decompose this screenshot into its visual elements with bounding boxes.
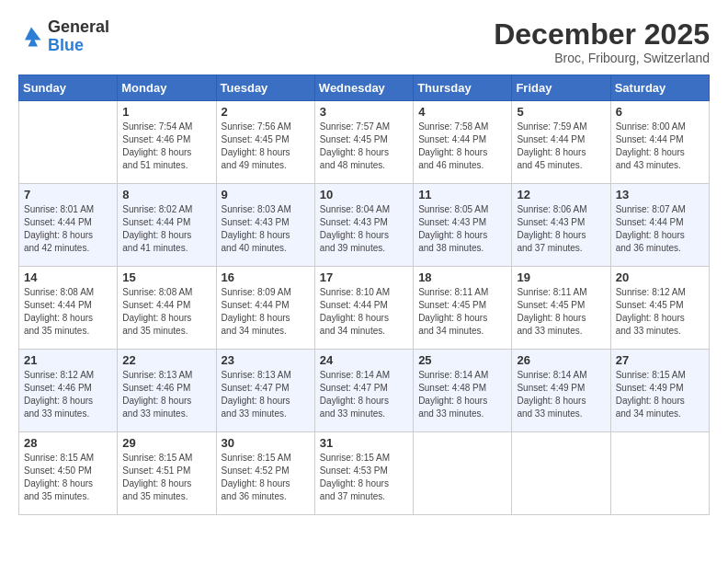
calendar-cell [512, 432, 610, 515]
day-info: Sunrise: 8:13 AMSunset: 4:46 PMDaylight:… [122, 369, 210, 420]
day-info: Sunrise: 8:11 AMSunset: 4:45 PMDaylight:… [517, 286, 605, 338]
day-info: Sunrise: 8:12 AMSunset: 4:45 PMDaylight:… [616, 286, 704, 338]
calendar-cell: 30Sunrise: 8:15 AMSunset: 4:52 PMDayligh… [216, 432, 314, 515]
day-info: Sunrise: 8:11 AMSunset: 4:45 PMDaylight:… [418, 286, 506, 338]
calendar-cell: 12Sunrise: 8:06 AMSunset: 4:43 PMDayligh… [512, 184, 610, 267]
day-info: Sunrise: 7:54 AMSunset: 4:46 PMDaylight:… [122, 121, 210, 172]
day-info: Sunrise: 8:12 AMSunset: 4:46 PMDaylight:… [24, 369, 112, 420]
calendar-cell: 19Sunrise: 8:11 AMSunset: 4:45 PMDayligh… [512, 267, 610, 350]
calendar-cell: 10Sunrise: 8:04 AMSunset: 4:43 PMDayligh… [314, 184, 413, 267]
day-number: 31 [320, 436, 408, 450]
day-info: Sunrise: 8:10 AMSunset: 4:44 PMDaylight:… [320, 286, 408, 338]
day-info: Sunrise: 7:57 AMSunset: 4:45 PMDaylight:… [320, 121, 408, 172]
calendar-week-row: 14Sunrise: 8:08 AMSunset: 4:44 PMDayligh… [19, 267, 710, 350]
day-number: 1 [122, 105, 210, 119]
day-info: Sunrise: 8:01 AMSunset: 4:44 PMDaylight:… [24, 203, 112, 255]
day-number: 19 [517, 270, 605, 284]
page-header: General Blue December 2025 Broc, Fribour… [18, 18, 710, 65]
day-number: 14 [24, 270, 112, 284]
day-number: 6 [616, 105, 704, 119]
calendar-cell: 2Sunrise: 7:56 AMSunset: 4:45 PMDaylight… [216, 101, 314, 184]
day-number: 30 [222, 436, 310, 450]
calendar-cell: 20Sunrise: 8:12 AMSunset: 4:45 PMDayligh… [610, 267, 709, 350]
calendar-cell: 6Sunrise: 8:00 AMSunset: 4:44 PMDaylight… [610, 101, 709, 184]
day-number: 8 [122, 188, 210, 201]
day-number: 28 [24, 436, 112, 450]
month-title: December 2025 [494, 18, 710, 51]
calendar-cell: 7Sunrise: 8:01 AMSunset: 4:44 PMDaylight… [19, 184, 118, 267]
day-info: Sunrise: 8:00 AMSunset: 4:44 PMDaylight:… [616, 121, 704, 172]
day-number: 26 [517, 353, 605, 367]
calendar-week-row: 28Sunrise: 8:15 AMSunset: 4:50 PMDayligh… [19, 432, 710, 515]
calendar-cell: 17Sunrise: 8:10 AMSunset: 4:44 PMDayligh… [314, 267, 413, 350]
day-number: 2 [222, 105, 310, 119]
day-info: Sunrise: 8:08 AMSunset: 4:44 PMDaylight:… [24, 286, 112, 338]
day-info: Sunrise: 8:05 AMSunset: 4:43 PMDaylight:… [418, 203, 506, 255]
calendar-cell: 4Sunrise: 7:58 AMSunset: 4:44 PMDaylight… [414, 101, 512, 184]
calendar-cell: 24Sunrise: 8:14 AMSunset: 4:47 PMDayligh… [314, 350, 413, 432]
calendar-cell: 16Sunrise: 8:09 AMSunset: 4:44 PMDayligh… [216, 267, 314, 350]
title-block: December 2025 Broc, Fribourg, Switzerlan… [494, 18, 710, 65]
day-info: Sunrise: 8:03 AMSunset: 4:43 PMDaylight:… [222, 203, 310, 255]
day-header-friday: Friday [512, 75, 610, 101]
day-number: 7 [24, 188, 112, 201]
calendar-week-row: 21Sunrise: 8:12 AMSunset: 4:46 PMDayligh… [19, 350, 710, 432]
svg-marker-0 [25, 27, 41, 46]
calendar-cell [414, 432, 512, 515]
day-number: 22 [122, 353, 210, 367]
calendar-cell: 14Sunrise: 8:08 AMSunset: 4:44 PMDayligh… [19, 267, 118, 350]
day-header-sunday: Sunday [19, 75, 118, 101]
calendar-cell: 1Sunrise: 7:54 AMSunset: 4:46 PMDaylight… [118, 101, 216, 184]
day-number: 25 [418, 353, 506, 367]
day-info: Sunrise: 8:09 AMSunset: 4:44 PMDaylight:… [222, 286, 310, 338]
day-number: 12 [517, 188, 605, 201]
day-number: 24 [320, 353, 408, 367]
day-number: 27 [616, 353, 704, 367]
day-info: Sunrise: 8:15 AMSunset: 4:50 PMDaylight:… [24, 452, 112, 503]
calendar-cell [19, 101, 118, 184]
day-header-monday: Monday [118, 75, 216, 101]
calendar-cell: 23Sunrise: 8:13 AMSunset: 4:47 PMDayligh… [216, 350, 314, 432]
day-info: Sunrise: 8:14 AMSunset: 4:48 PMDaylight:… [418, 369, 506, 420]
day-number: 3 [320, 105, 408, 119]
day-info: Sunrise: 8:15 AMSunset: 4:53 PMDaylight:… [320, 452, 408, 503]
calendar-cell: 21Sunrise: 8:12 AMSunset: 4:46 PMDayligh… [19, 350, 118, 432]
calendar-cell: 13Sunrise: 8:07 AMSunset: 4:44 PMDayligh… [610, 184, 709, 267]
calendar-cell: 26Sunrise: 8:14 AMSunset: 4:49 PMDayligh… [512, 350, 610, 432]
day-info: Sunrise: 8:06 AMSunset: 4:43 PMDaylight:… [517, 203, 605, 255]
day-info: Sunrise: 8:13 AMSunset: 4:47 PMDaylight:… [222, 369, 310, 420]
day-info: Sunrise: 8:14 AMSunset: 4:47 PMDaylight:… [320, 369, 408, 420]
day-number: 4 [418, 105, 506, 119]
day-number: 16 [222, 270, 310, 284]
day-info: Sunrise: 8:02 AMSunset: 4:44 PMDaylight:… [122, 203, 210, 255]
day-header-thursday: Thursday [414, 75, 512, 101]
day-number: 13 [616, 188, 704, 201]
calendar-cell: 29Sunrise: 8:15 AMSunset: 4:51 PMDayligh… [118, 432, 216, 515]
day-number: 18 [418, 270, 506, 284]
location: Broc, Fribourg, Switzerland [494, 51, 710, 65]
calendar-cell: 18Sunrise: 8:11 AMSunset: 4:45 PMDayligh… [414, 267, 512, 350]
calendar-cell: 3Sunrise: 7:57 AMSunset: 4:45 PMDaylight… [314, 101, 413, 184]
calendar-week-row: 1Sunrise: 7:54 AMSunset: 4:46 PMDaylight… [19, 101, 710, 184]
day-info: Sunrise: 8:08 AMSunset: 4:44 PMDaylight:… [122, 286, 210, 338]
calendar-cell: 27Sunrise: 8:15 AMSunset: 4:49 PMDayligh… [610, 350, 709, 432]
day-number: 17 [320, 270, 408, 284]
day-header-tuesday: Tuesday [216, 75, 314, 101]
calendar-cell [610, 432, 709, 515]
day-info: Sunrise: 7:59 AMSunset: 4:44 PMDaylight:… [517, 121, 605, 172]
day-number: 29 [122, 436, 210, 450]
logo-text: General Blue [48, 18, 109, 55]
day-header-wednesday: Wednesday [314, 75, 413, 101]
day-header-saturday: Saturday [610, 75, 709, 101]
day-info: Sunrise: 7:56 AMSunset: 4:45 PMDaylight:… [222, 121, 310, 172]
day-number: 9 [222, 188, 310, 201]
day-number: 15 [122, 270, 210, 284]
day-info: Sunrise: 8:15 AMSunset: 4:51 PMDaylight:… [122, 452, 210, 503]
calendar-cell: 22Sunrise: 8:13 AMSunset: 4:46 PMDayligh… [118, 350, 216, 432]
logo: General Blue [18, 18, 109, 55]
day-number: 20 [616, 270, 704, 284]
calendar-cell: 11Sunrise: 8:05 AMSunset: 4:43 PMDayligh… [414, 184, 512, 267]
calendar-week-row: 7Sunrise: 8:01 AMSunset: 4:44 PMDaylight… [19, 184, 710, 267]
day-info: Sunrise: 8:15 AMSunset: 4:52 PMDaylight:… [222, 452, 310, 503]
day-info: Sunrise: 8:14 AMSunset: 4:49 PMDaylight:… [517, 369, 605, 420]
